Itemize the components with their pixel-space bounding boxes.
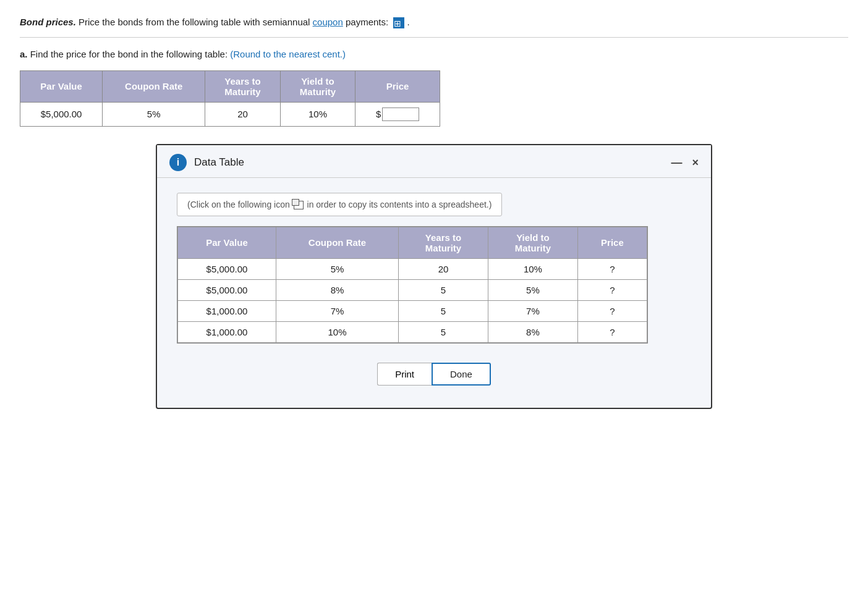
inner-coupon-rate-1: 8% [276,279,398,300]
main-col-yield: Yield toMaturity [280,70,355,102]
inner-table-row: $1,000.00 10% 5 8% ? [178,321,647,342]
inner-col-coupon-rate: Coupon Rate [276,227,398,258]
inner-table-row: $1,000.00 7% 5 7% ? [178,300,647,321]
inner-coupon-rate-3: 10% [276,321,398,342]
header-end: payments: [346,17,388,27]
modal-controls: — × [671,157,699,168]
data-table-modal: i Data Table — × (Click on the following… [156,144,712,409]
main-col-coupon-rate: Coupon Rate [103,70,205,102]
modal-header-left: i Data Table [169,154,244,171]
price-input[interactable] [382,108,419,121]
header-text: Bond prices. Price the bonds from the fo… [20,15,848,30]
round-note: (Round to the nearest cent.) [230,49,346,59]
price-dollar-sign: $ [376,109,381,119]
inner-par-value-0: $5,000.00 [178,258,276,279]
minimize-button[interactable]: — [671,157,682,168]
copy-note-suffix: in order to copy its contents into a spr… [307,200,492,209]
header-intro: Price the bonds from the following table… [79,17,313,27]
inner-table-wrap: Par Value Coupon Rate Years toMaturity Y… [177,226,648,344]
inner-table-row: $5,000.00 8% 5 5% ? [178,279,647,300]
inner-price-3: ? [577,321,647,342]
main-price-cell: $ [355,102,440,126]
modal-footer: Print Done [177,363,691,390]
inner-yield-3: 8% [488,321,578,342]
modal-title: Data Table [194,156,244,169]
inner-years-3: 5 [399,321,488,342]
inner-years-1: 5 [399,279,488,300]
inner-price-0: ? [577,258,647,279]
inner-yield-2: 7% [488,300,578,321]
inner-par-value-3: $1,000.00 [178,321,276,342]
inner-table-row: $5,000.00 5% 20 10% ? [178,258,647,279]
inner-yield-1: 5% [488,279,578,300]
inner-coupon-rate-2: 7% [276,300,398,321]
inner-col-price: Price [577,227,647,258]
main-col-par-value: Par Value [20,70,103,102]
inner-yield-0: 10% [488,258,578,279]
sub-question-text: Find the price for the bond in the follo… [30,49,228,59]
inner-col-par-value: Par Value [178,227,276,258]
main-years: 20 [205,102,281,126]
main-col-price: Price [355,70,440,102]
copy-icon[interactable] [294,201,304,209]
inner-coupon-rate-0: 5% [276,258,398,279]
inner-price-2: ? [577,300,647,321]
header-bold: Bond prices. [20,17,76,27]
sub-question-label: a. [20,49,28,59]
modal-body: (Click on the following icon in order to… [157,178,711,408]
done-button[interactable]: Done [432,363,491,386]
main-par-value: $5,000.00 [20,102,103,126]
inner-price-1: ? [577,279,647,300]
inner-years-2: 5 [399,300,488,321]
modal-header: i Data Table — × [157,145,711,178]
inner-col-yield: Yield toMaturity [488,227,578,258]
coupon-link[interactable]: coupon [313,17,343,27]
close-button[interactable]: × [692,157,699,168]
inner-par-value-1: $5,000.00 [178,279,276,300]
sub-question: a. Find the price for the bond in the fo… [20,48,848,62]
copy-note: (Click on the following icon in order to… [177,193,502,216]
inner-table: Par Value Coupon Rate Years toMaturity Y… [177,227,647,343]
main-table-row: $5,000.00 5% 20 10% $ [20,102,440,126]
divider [20,37,848,38]
inner-par-value-2: $1,000.00 [178,300,276,321]
inner-col-years: Years toMaturity [399,227,488,258]
print-button[interactable]: Print [377,363,432,386]
main-table: Par Value Coupon Rate Years toMaturity Y… [20,70,440,127]
main-yield: 10% [280,102,355,126]
main-coupon-rate: 5% [103,102,205,126]
grid-icon[interactable] [393,17,404,28]
inner-years-0: 20 [399,258,488,279]
info-icon: i [169,154,187,171]
copy-note-prefix: (Click on the following icon [187,200,290,209]
main-col-years: Years toMaturity [205,70,281,102]
